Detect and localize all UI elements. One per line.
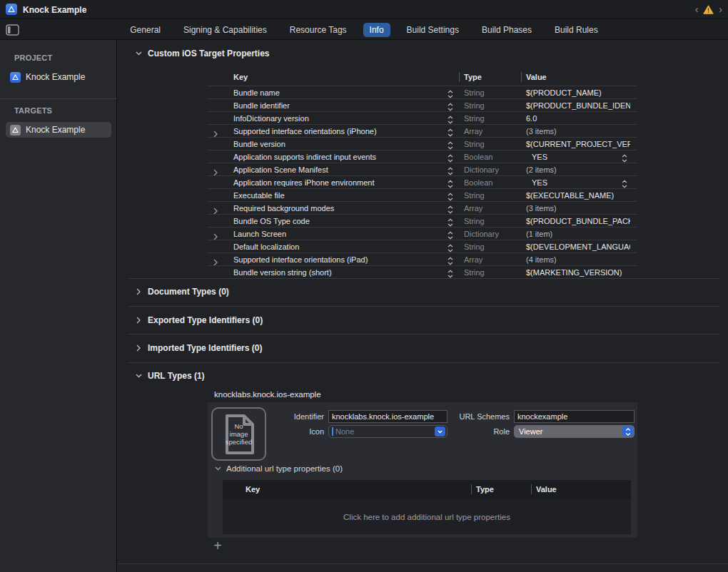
identifier-input[interactable]: knocklabs.knock.ios-example (328, 410, 448, 423)
additional-properties-empty-area[interactable]: Click here to add additional url type pr… (223, 499, 631, 534)
nav-forward-icon[interactable]: › (719, 3, 722, 16)
sidebar-item-knock-example[interactable]: Knock Example (6, 69, 111, 85)
sidebar-divider (0, 98, 117, 99)
property-row[interactable]: Application supports indirect input even… (207, 150, 637, 163)
tab-strip: GeneralSigning & CapabilitiesResource Ta… (0, 20, 728, 40)
section-imported-type-identifiers-0-[interactable]: Imported Type Identifiers (0) (135, 343, 262, 353)
properties-table: Key Type Value Bundle nameString$(PRODUC… (207, 70, 637, 278)
identifier-label: Identifier (253, 412, 324, 421)
image-placeholder-text: Noimagespecified (226, 422, 253, 446)
project-section-header: PROJECT (14, 53, 52, 62)
property-row[interactable]: Bundle OS Type codeString$(PRODUCT_BUNDL… (207, 214, 637, 227)
property-row[interactable]: Supported interface orientations (iPhone… (207, 124, 637, 137)
bottom-divider (118, 563, 728, 564)
sidebar-item-knock-example[interactable]: Knock Example (6, 122, 111, 138)
tab-resource-tags[interactable]: Resource Tags (283, 23, 353, 37)
chevron-right-icon[interactable] (135, 288, 142, 295)
role-popup[interactable]: Viewer (514, 425, 635, 438)
icon-label: Icon (253, 427, 324, 436)
property-row[interactable]: Default localizationString$(DEVELOPMENT_… (207, 240, 637, 252)
col-type: Type (476, 485, 494, 494)
property-row[interactable]: InfoDictionary versionString6.0 (207, 111, 637, 124)
section-url-types[interactable]: URL Types (1) (135, 371, 205, 381)
chevron-right-icon[interactable] (135, 344, 142, 352)
xcode-window: Knock Example ‹ › GeneralSigning & Capab… (0, 0, 728, 572)
chevron-down-icon[interactable] (135, 51, 142, 56)
property-row[interactable]: Bundle version string (short)String$(MAR… (207, 265, 637, 278)
project-app-icon (6, 4, 17, 15)
property-row[interactable]: Bundle identifierString$(PRODUCT_BUNDLE_… (207, 98, 637, 111)
nav-back-icon[interactable]: ‹ (695, 3, 699, 16)
col-key: Key (233, 73, 248, 81)
url-type-item-title: knocklabs.knock.ios-example (214, 390, 321, 399)
col-type: Type (464, 73, 482, 81)
chevron-down-icon[interactable] (135, 374, 142, 378)
additional-url-properties-header[interactable]: Additional url type properties (0) (215, 464, 343, 473)
key-stepper-icon[interactable] (448, 268, 453, 281)
property-row[interactable]: Bundle nameString$(PRODUCT_NAME) (207, 86, 637, 98)
target-tabs: GeneralSigning & CapabilitiesResource Ta… (0, 20, 728, 40)
warning-icon[interactable] (703, 5, 714, 14)
icon-combobox[interactable]: None (328, 425, 448, 438)
section-custom-ios-target-properties[interactable]: Custom iOS Target Properties (135, 48, 269, 58)
info-editor: Custom iOS Target Properties Key Type Va… (118, 40, 728, 572)
additional-table-header: Key Type Value (223, 480, 631, 499)
url-schemes-input[interactable]: knockexample (514, 410, 635, 423)
col-value: Value (536, 485, 557, 494)
tab-info[interactable]: Info (363, 23, 390, 37)
property-row[interactable]: Application requires iPhone environmentB… (207, 175, 637, 188)
tab-signing-capabilities[interactable]: Signing & Capabilities (177, 23, 273, 37)
tab-build-rules[interactable]: Build Rules (548, 23, 605, 37)
add-url-type-button[interactable]: + (211, 538, 225, 554)
tab-build-settings[interactable]: Build Settings (400, 23, 465, 37)
window-title: Knock Example (23, 5, 86, 15)
property-row[interactable]: Bundle versionString$(CURRENT_PROJECT_VE… (207, 137, 637, 150)
additional-properties-table: Key Type Value Click here to add additio… (223, 480, 631, 534)
tab-build-phases[interactable]: Build Phases (475, 23, 538, 37)
chevron-down-icon[interactable] (215, 466, 221, 471)
section-exported-type-identifiers-0-[interactable]: Exported Type Identifiers (0) (135, 315, 263, 325)
url-schemes-label: URL Schemes (438, 412, 510, 421)
role-label: Role (438, 427, 510, 436)
targets-section-header: TARGETS (14, 106, 52, 115)
stepper-icon[interactable] (622, 427, 633, 436)
app-target-icon (10, 72, 21, 83)
property-row[interactable]: Launch ScreenDictionary(1 item) (207, 227, 637, 240)
property-row[interactable]: Application Scene ManifestDictionary(2 i… (207, 163, 637, 175)
section-document-types-0-[interactable]: Document Types (0) (135, 287, 229, 297)
titlebar: Knock Example ‹ › (0, 0, 728, 19)
url-type-card: Noimagespecified Identifier knocklabs.kn… (208, 402, 637, 538)
sidebar: PROJECT Knock Example TARGETS Knock Exam… (0, 40, 117, 572)
property-row[interactable]: Executable fileString$(EXECUTABLE_NAME) (207, 188, 637, 201)
property-row[interactable]: Supported interface orientations (iPad)A… (207, 252, 637, 265)
col-key: Key (246, 485, 260, 494)
property-row[interactable]: Required background modesArray(3 items) (207, 201, 637, 214)
app-target-icon (10, 125, 21, 136)
col-value: Value (526, 73, 547, 81)
tab-general[interactable]: General (123, 23, 167, 37)
chevron-right-icon[interactable] (135, 317, 142, 324)
text-cursor (332, 427, 333, 436)
properties-table-header: Key Type Value (207, 70, 637, 86)
